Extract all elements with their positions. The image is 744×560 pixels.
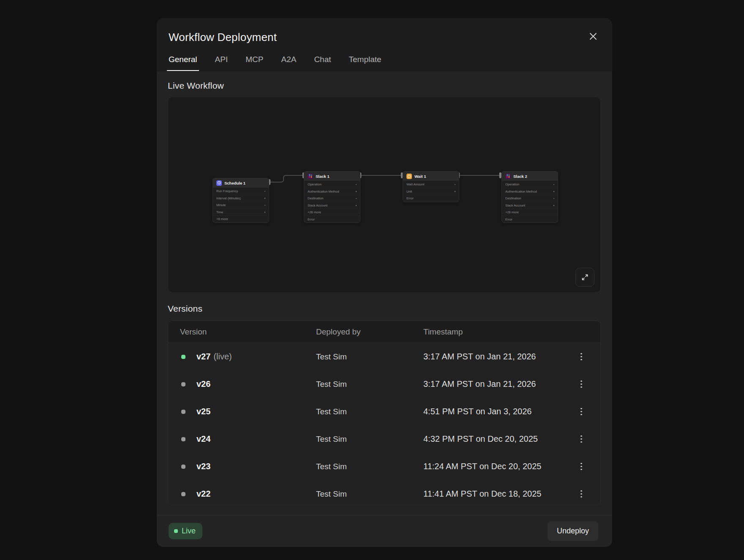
versions-table-body: v27(live)Test Sim3:17 AM PST on Jan 21, … bbox=[168, 343, 600, 505]
close-icon[interactable] bbox=[586, 29, 600, 43]
field-value-dot-icon bbox=[356, 198, 357, 199]
row-menu-kebab-icon[interactable] bbox=[574, 432, 589, 446]
modal-title: Workflow Deployment bbox=[169, 31, 277, 44]
node-field: Operation bbox=[304, 181, 360, 188]
node-field-label: Slack Account bbox=[308, 204, 327, 207]
node-field-label: Run Frequency bbox=[216, 189, 238, 193]
node-field-label: Error bbox=[308, 217, 315, 221]
modal-body: Live Workflow Schedule 1Run FrequencyInt… bbox=[157, 71, 612, 515]
node-field-label: Operation bbox=[308, 182, 322, 186]
tab-mcp[interactable]: MCP bbox=[245, 55, 263, 71]
node-field-label: Authentication Method bbox=[308, 190, 339, 193]
wait-clock-icon bbox=[406, 174, 412, 179]
node-title: Wait 1 bbox=[414, 174, 426, 179]
live-status-label: Live bbox=[182, 527, 196, 536]
row-menu-kebab-icon[interactable] bbox=[574, 350, 589, 364]
row-menu-kebab-icon[interactable] bbox=[574, 459, 589, 474]
row-menu-kebab-icon[interactable] bbox=[574, 405, 589, 419]
version-row-v23: v23Test Sim11:24 AM PST on Dec 20, 2025 bbox=[168, 453, 600, 480]
field-value-dot-icon bbox=[553, 198, 555, 199]
timestamp-cell: 11:24 AM PST on Dec 20, 2025 bbox=[423, 462, 574, 471]
timestamp-cell: 4:51 PM PST on Jan 3, 2026 bbox=[423, 407, 574, 416]
slack-icon bbox=[308, 174, 313, 179]
workflow-node-wait-1: Wait 1Wait AmountUnitError bbox=[403, 171, 459, 202]
column-deployed-by: Deployed by bbox=[316, 327, 423, 337]
field-value-dot-icon bbox=[553, 191, 555, 192]
node-field: Slack Account bbox=[502, 202, 558, 209]
column-version: Version bbox=[180, 327, 316, 337]
workflow-node-slack-2: Slack 2OperationAuthentication MethodDes… bbox=[501, 171, 558, 223]
timestamp-cell: 4:32 PM PST on Dec 20, 2025 bbox=[423, 434, 574, 444]
workflow-preview-panel: Schedule 1Run FrequencyInterval (Minutes… bbox=[168, 97, 601, 293]
node-field: Wait Amount bbox=[403, 181, 459, 188]
version-label: v25 bbox=[196, 407, 210, 416]
node-field: Error bbox=[502, 216, 558, 223]
versions-table-header: Version Deployed by Timestamp bbox=[168, 321, 600, 343]
version-dot-icon bbox=[181, 410, 185, 414]
versions-table: Version Deployed by Timestamp v27(live)T… bbox=[168, 321, 601, 505]
node-field: Authentication Method bbox=[304, 188, 360, 195]
tab-bar: GeneralAPIMCPA2AChatTemplate bbox=[169, 55, 600, 71]
deployed-by-cell: Test Sim bbox=[316, 380, 423, 389]
node-field-label: +26 more bbox=[308, 210, 321, 214]
version-dot-icon bbox=[181, 492, 185, 496]
field-value-dot-icon bbox=[264, 198, 266, 199]
node-field-label: Authentication Method bbox=[505, 190, 537, 193]
version-row-v22: v22Test Sim11:41 AM PST on Dec 18, 2025 bbox=[168, 480, 600, 505]
node-field: Destination bbox=[304, 195, 360, 202]
node-field-label: Error bbox=[505, 217, 512, 221]
node-field: Operation bbox=[502, 181, 558, 188]
deployed-by-cell: Test Sim bbox=[316, 435, 423, 444]
field-value-dot-icon bbox=[455, 191, 456, 192]
workflow-node-slack-1: Slack 1OperationAuthentication MethodDes… bbox=[304, 171, 360, 223]
node-field: Destination bbox=[502, 195, 558, 202]
node-field: Authentication Method bbox=[502, 188, 558, 195]
live-version-dot-icon bbox=[181, 355, 185, 359]
node-field-label: +6 more bbox=[216, 217, 228, 221]
node-field: +26 more bbox=[304, 209, 360, 216]
version-dot-icon bbox=[181, 437, 185, 441]
tab-template[interactable]: Template bbox=[349, 55, 382, 71]
column-timestamp: Timestamp bbox=[423, 327, 574, 337]
live-status-dot-icon bbox=[174, 529, 178, 533]
node-field-label: Destination bbox=[308, 196, 324, 200]
version-dot-icon bbox=[181, 465, 185, 469]
live-suffix: (live) bbox=[213, 352, 232, 361]
node-field-label: +26 more bbox=[505, 210, 519, 214]
node-title: Schedule 1 bbox=[224, 181, 245, 185]
field-value-dot-icon bbox=[356, 184, 357, 185]
row-menu-kebab-icon[interactable] bbox=[574, 487, 589, 501]
live-status-badge: Live bbox=[169, 523, 202, 539]
node-field-label: Minute bbox=[216, 203, 226, 207]
node-field-label: Destination bbox=[505, 196, 521, 200]
version-row-v26: v26Test Sim3:17 AM PST on Jan 21, 2026 bbox=[168, 370, 600, 398]
node-field-label: Operation bbox=[505, 182, 519, 186]
version-label: v23 bbox=[196, 462, 210, 471]
tab-chat[interactable]: Chat bbox=[314, 55, 331, 71]
field-value-dot-icon bbox=[455, 184, 456, 185]
field-value-dot-icon bbox=[553, 184, 555, 185]
node-title: Slack 1 bbox=[316, 174, 330, 179]
tab-general[interactable]: General bbox=[169, 55, 197, 71]
field-value-dot-icon bbox=[264, 205, 266, 206]
node-field-label: Time bbox=[216, 210, 223, 214]
timestamp-cell: 3:17 AM PST on Jan 21, 2026 bbox=[423, 379, 574, 389]
tab-api[interactable]: API bbox=[215, 55, 228, 71]
node-title: Slack 2 bbox=[513, 174, 527, 179]
version-dot-icon bbox=[181, 382, 185, 386]
clock-icon bbox=[216, 180, 222, 186]
node-field: Time bbox=[213, 209, 269, 216]
live-workflow-heading: Live Workflow bbox=[168, 81, 601, 91]
expand-icon[interactable] bbox=[575, 268, 594, 287]
node-field-label: Slack Account bbox=[505, 204, 525, 207]
node-field-label: Unit bbox=[406, 190, 412, 193]
tab-a2a[interactable]: A2A bbox=[281, 55, 296, 71]
version-label: v26 bbox=[196, 379, 210, 389]
node-field: Interval (Minutes) bbox=[213, 195, 269, 202]
workflow-node-schedule-1: Schedule 1Run FrequencyInterval (Minutes… bbox=[213, 178, 269, 223]
node-field: Error bbox=[304, 216, 360, 223]
node-field: Unit bbox=[403, 188, 459, 195]
field-value-dot-icon bbox=[264, 191, 266, 192]
undeploy-button[interactable]: Undeploy bbox=[548, 521, 598, 541]
row-menu-kebab-icon[interactable] bbox=[574, 377, 589, 391]
